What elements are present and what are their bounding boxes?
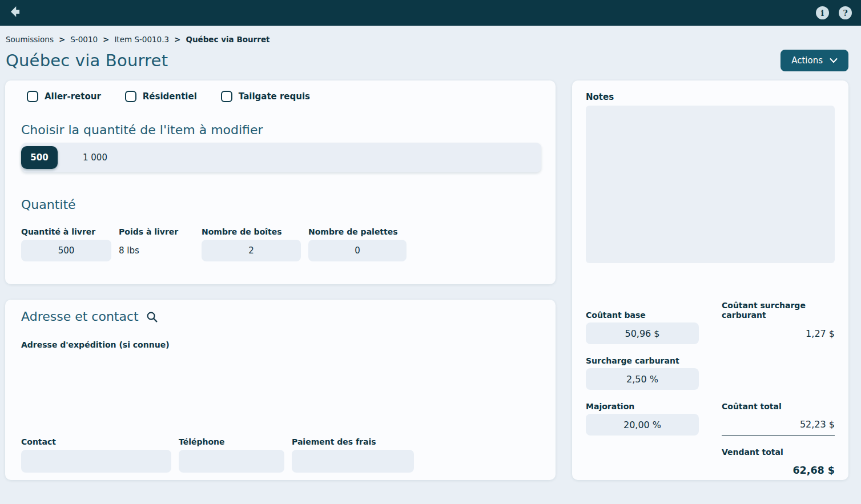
tailgate-requis-label: Tailgate requis xyxy=(239,91,310,102)
page-title: Québec via Bourret xyxy=(6,51,168,70)
nombre-de-boites-label: Nombre de boîtes xyxy=(202,227,301,237)
quantity-fields-row: Quantité à livrer Poids à livrer 8 lbs N… xyxy=(21,227,541,261)
quantite-a-livrer-label: Quantité à livrer xyxy=(21,227,111,237)
aller-retour-label: Aller-retour xyxy=(45,91,101,102)
actions-button[interactable]: Actions xyxy=(780,50,848,71)
quantity-toggle-bar: 500 1 000 xyxy=(21,143,541,172)
poids-a-livrer-field: Poids à livrer 8 lbs xyxy=(119,227,194,261)
coutant-surcharge-carburant-field: Coûtant surcharge carburant 1,27 $ xyxy=(722,301,835,344)
breadcrumb-separator: > xyxy=(174,35,180,44)
top-bar: i ? xyxy=(0,0,861,26)
back-arrow-icon xyxy=(9,4,25,22)
main-content: Aller-retour Résidentiel Tailgate requis… xyxy=(0,80,861,480)
poids-a-livrer-label: Poids à livrer xyxy=(119,227,194,237)
quantite-a-livrer-field: Quantité à livrer xyxy=(21,227,111,261)
telephone-input[interactable] xyxy=(179,450,284,473)
address-contact-heading: Adresse et contact xyxy=(21,309,139,324)
notes-summary-card: Notes Coûtant base Coûtant surcharge car… xyxy=(572,80,848,480)
nombre-de-boites-input[interactable] xyxy=(202,240,301,261)
quantite-a-livrer-input[interactable] xyxy=(21,240,111,261)
aller-retour-checkbox-icon[interactable] xyxy=(27,91,38,102)
help-icon[interactable]: ? xyxy=(839,6,852,19)
vendant-total-field: Vendant total 62,68 $ xyxy=(722,447,835,481)
breadcrumb-s0010[interactable]: S-0010 xyxy=(70,35,98,44)
quantity-section-heading: Quantité xyxy=(21,197,541,212)
surcharge-carburant-field: Surcharge carburant xyxy=(586,356,699,390)
breadcrumb-soumissions[interactable]: Soumissions xyxy=(6,35,54,44)
checkbox-row: Aller-retour Résidentiel Tailgate requis xyxy=(27,91,541,102)
contact-fields-row: Contact Téléphone Paiement des frais xyxy=(21,437,541,473)
title-row: Québec via Bourret Actions xyxy=(0,44,861,80)
options-quantity-card: Aller-retour Résidentiel Tailgate requis… xyxy=(5,80,556,284)
coutant-total-label: Coûtant total xyxy=(722,402,835,412)
coutant-base-field: Coûtant base xyxy=(586,311,699,344)
tailgate-requis-checkbox-icon[interactable] xyxy=(221,91,232,102)
coutant-surcharge-carburant-label: Coûtant surcharge carburant xyxy=(722,301,835,320)
breadcrumb: Soumissions > S-0010 > Item S-0010.3 > Q… xyxy=(0,26,861,44)
vendant-total-value: 62,68 $ xyxy=(722,459,835,481)
telephone-label: Téléphone xyxy=(179,437,284,447)
majoration-label: Majoration xyxy=(586,402,699,412)
address-search-button[interactable] xyxy=(146,311,158,323)
breadcrumb-separator: > xyxy=(59,35,65,44)
cost-grid: Coûtant base Coûtant surcharge carburant… xyxy=(586,301,835,481)
left-column: Aller-retour Résidentiel Tailgate requis… xyxy=(5,80,556,480)
breadcrumb-separator: > xyxy=(103,35,109,44)
coutant-total-value: 52,23 $ xyxy=(722,414,835,436)
notes-label: Notes xyxy=(586,92,835,102)
residentiel-checkbox-icon[interactable] xyxy=(125,91,136,102)
checkbox-tailgate-requis[interactable]: Tailgate requis xyxy=(221,91,310,102)
nombre-de-boites-field: Nombre de boîtes xyxy=(202,227,301,261)
shipping-address-label: Adresse d'expédition (si connue) xyxy=(21,340,541,349)
search-icon xyxy=(146,311,158,323)
residentiel-label: Résidentiel xyxy=(143,91,197,102)
notes-textarea[interactable] xyxy=(586,106,835,263)
breadcrumb-current: Québec via Bourret xyxy=(186,35,269,44)
info-icon[interactable]: i xyxy=(816,6,829,19)
poids-a-livrer-value: 8 lbs xyxy=(119,240,194,261)
nombre-de-palettes-input[interactable] xyxy=(308,240,407,261)
paiement-des-frais-input[interactable] xyxy=(292,450,414,473)
breadcrumb-item-s0010-3[interactable]: Item S-0010.3 xyxy=(114,35,169,44)
coutant-total-field: Coûtant total 52,23 $ xyxy=(722,402,835,436)
coutant-base-label: Coûtant base xyxy=(586,311,699,320)
nombre-de-palettes-field: Nombre de palettes xyxy=(308,227,407,261)
quantity-option-1000[interactable]: 1 000 xyxy=(83,152,107,163)
contact-input[interactable] xyxy=(21,450,171,473)
chevron-down-icon xyxy=(830,58,838,63)
nombre-de-palettes-label: Nombre de palettes xyxy=(308,227,407,237)
checkbox-residentiel[interactable]: Résidentiel xyxy=(125,91,197,102)
back-button[interactable] xyxy=(9,5,26,22)
contact-label: Contact xyxy=(21,437,171,447)
address-heading-row: Adresse et contact xyxy=(21,309,541,324)
quantity-option-500[interactable]: 500 xyxy=(21,146,58,169)
paiement-des-frais-label: Paiement des frais xyxy=(292,437,414,447)
surcharge-carburant-input[interactable] xyxy=(586,368,699,390)
address-contact-card: Adresse et contact Adresse d'expédition … xyxy=(5,300,556,480)
coutant-surcharge-carburant-value: 1,27 $ xyxy=(722,322,835,344)
majoration-field: Majoration xyxy=(586,402,699,436)
checkbox-aller-retour[interactable]: Aller-retour xyxy=(27,91,101,102)
actions-button-label: Actions xyxy=(791,55,823,66)
telephone-field: Téléphone xyxy=(179,437,284,473)
surcharge-carburant-label: Surcharge carburant xyxy=(586,356,699,366)
coutant-base-input[interactable] xyxy=(586,322,699,344)
quantity-selector-heading: Choisir la quantité de l'item à modifier xyxy=(21,123,541,138)
contact-field: Contact xyxy=(21,437,171,473)
vendant-total-label: Vendant total xyxy=(722,447,835,457)
majoration-input[interactable] xyxy=(586,414,699,436)
paiement-des-frais-field: Paiement des frais xyxy=(292,437,414,473)
